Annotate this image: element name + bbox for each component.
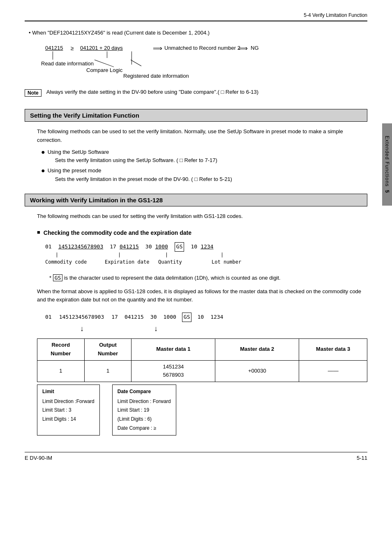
code-gs: GS [175, 242, 184, 252]
diag-unmatched: Unmatched to Record number 2 [164, 45, 240, 51]
vert-line-1 [53, 51, 53, 60]
th-record: RecordNumber [37, 338, 85, 360]
diag-arrow2: ⟹ [238, 44, 248, 52]
code-lot: 1234 [201, 243, 213, 251]
limit-right-start: Limit Start : 19 [118, 406, 171, 415]
c2-n01: 01 [45, 313, 52, 322]
limit-right-ldigits: (Limit Digits : 6) [118, 415, 171, 424]
limit-info-row: Limit Limit Direction :Forward Limit Sta… [37, 385, 367, 436]
limit-left-dir-val: :Forward [75, 398, 94, 404]
limit-left-title: Limit [42, 387, 95, 396]
diag-read-label: Read date information [41, 60, 94, 67]
footer-left: E DV-90-IM [25, 455, 52, 461]
c2-lot: 1234 [210, 313, 223, 322]
limit-right-ldigits-label: (Limit Digits [118, 416, 143, 422]
asterisk-text: * [49, 275, 53, 281]
arrows-row: ↓ ↓ [49, 322, 367, 334]
table-row-1: 1 1 14512345678903 +00030 —— [37, 360, 367, 382]
date-diagram: 041215 ≥ 041201 + 20 days ⟹ Unmatched to… [37, 42, 367, 81]
diag-registered-label: Registered date information [123, 73, 189, 79]
diag-ng: NG [251, 45, 259, 51]
limit-left-direction: Limit Direction :Forward [42, 397, 95, 406]
sidebar-number: 5 [384, 190, 390, 193]
section1-item-2-title: Using the preset mode [48, 167, 232, 175]
c2-commodity: 14512345678903 [59, 313, 104, 322]
note-label: Note [25, 89, 42, 97]
asterisk-gs: GS [53, 274, 63, 281]
limit-right-ldigits-val: : 6) [145, 416, 152, 422]
tick-qty [166, 253, 167, 257]
footer-right: 5-11 [357, 455, 367, 461]
limit-left-digits-val: : 14 [68, 416, 76, 422]
subsection-title: Checking the commodity code and the expi… [44, 228, 191, 237]
code-qty: 1000 [155, 243, 168, 251]
section2-title: Working with Verify Limitation in the GS… [25, 194, 367, 206]
code2-top: 01 14512345678903 17 041215 30 1000 GS 1… [45, 313, 367, 322]
limit-left-dir-label: Limit Direction [42, 398, 74, 404]
label-expiration: Expiration date [105, 258, 149, 266]
asterisk-rest: is the character used to represent the d… [62, 275, 280, 281]
section1: Setting the Verify Limitation Function T… [25, 109, 367, 184]
td-record: 1 [37, 360, 85, 382]
limit-box-left: Limit Limit Direction :Forward Limit Sta… [37, 385, 100, 436]
vert-line-3 [131, 51, 132, 65]
code2-container: 01 14512345678903 17 041215 30 1000 GS 1… [45, 313, 367, 334]
master-table: RecordNumber OutputNumber Master data 1 … [37, 338, 367, 382]
limit-left-start-val: : 3 [66, 407, 71, 413]
diag-arrow1: ⟹ [153, 44, 162, 52]
arrow-commodity: ↓ [80, 323, 84, 335]
section1-intro: The following methods can be used to set… [37, 127, 367, 184]
diag-compare-label: Compare Logic [86, 67, 122, 73]
header-title: 5-4 Verify Limitation Function [304, 12, 367, 18]
c2-gs: GS [182, 313, 192, 322]
note-text: Always verify the date setting in the DV… [46, 89, 258, 95]
section2-body: The following methods can be used for se… [37, 212, 367, 436]
code-date: 041215 [120, 243, 139, 251]
limit-right-compare: Date Compare : ≥ [118, 424, 171, 433]
page-header: 5-4 Verify Limitation Function [25, 12, 367, 21]
c2-date: 041215 [125, 313, 144, 322]
td-output: 1 [84, 360, 131, 382]
arrow-date: ↓ [154, 323, 158, 335]
section2: Working with Verify Limitation in the GS… [25, 194, 367, 436]
limit-left-digits-label: Limit Digits [42, 416, 67, 422]
limit-right-dir-label: Limit Direction [118, 398, 149, 404]
section1-item-1: ● Using the SetUp Software Sets the veri… [41, 148, 367, 165]
th-m3: Master data 3 [299, 338, 367, 360]
label-quantity: Quantity [158, 258, 182, 266]
td-m3: —— [299, 360, 367, 382]
section1-list: ● Using the SetUp Software Sets the veri… [41, 148, 367, 184]
section1-item-2-sub: Sets the verify limitation in the preset… [55, 175, 232, 184]
code-n30: 30 [145, 243, 152, 251]
limit-right-title: Date Compare [118, 387, 171, 396]
sidebar-tab: Extended Functions 5 [382, 123, 392, 206]
code-n01: 01 [45, 243, 52, 251]
td-m2: +00030 [215, 360, 299, 382]
page: 5-4 Verify Limitation Function • When "D… [0, 0, 392, 486]
c2-n10: 10 [197, 313, 204, 322]
label-lot: Lot number [212, 258, 241, 266]
limit-left-digits: Limit Digits : 14 [42, 415, 95, 424]
limit-box-right: Date Compare Limit Direction : Forward L… [112, 385, 176, 436]
bullet-dot-2: ● [41, 167, 45, 174]
section1-item-2: ● Using the preset mode Sets the verify … [41, 167, 367, 184]
section1-title: Setting the Verify Limitation Function [25, 109, 367, 122]
diag-val2: 041201 + 20 days [80, 45, 123, 51]
code-n10: 10 [191, 243, 197, 251]
c2-qty: 1000 [164, 313, 176, 322]
tick-lot [222, 253, 222, 257]
vert-line-2 [107, 51, 107, 58]
label-commodity: Commodity code [45, 258, 87, 266]
section2-intro: The following methods can be used for se… [37, 212, 367, 221]
diag-gte: ≥ [71, 45, 74, 51]
th-m1: Master data 1 [131, 338, 215, 360]
section1-item-1-title: Using the SetUp Software [48, 148, 217, 157]
section1-item-2-content: Using the preset mode Sets the verify li… [48, 167, 232, 184]
code-diagram: 01 14512345678903 17 041215 30 1000 GS 1… [45, 242, 367, 267]
limit-right-start-val: : 19 [141, 407, 149, 413]
c2-n30: 30 [150, 313, 157, 322]
code-commodity: 14512345678903 [58, 243, 104, 251]
limit-right-compare-label: Date Compare [118, 425, 150, 431]
tick-commodity [57, 253, 57, 257]
limit-right-dir-val: : Forward [150, 398, 171, 404]
